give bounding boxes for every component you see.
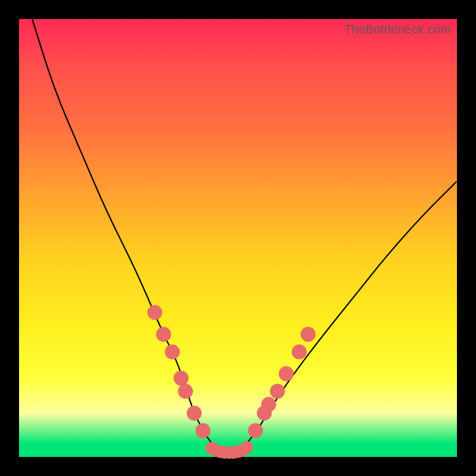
marker-dot: [196, 423, 211, 438]
marker-dot: [174, 371, 189, 386]
marker-dot: [270, 384, 285, 399]
marker-dot: [187, 406, 202, 421]
chart-frame: TheBottleneck.com: [0, 0, 476, 476]
marker-dot: [165, 345, 180, 359]
marker-dot: [148, 305, 162, 320]
chart-svg: [19, 19, 457, 457]
marker-dot: [240, 441, 253, 453]
marker-dot: [261, 397, 276, 412]
marker-group: [148, 305, 316, 459]
bottleneck-curve: [32, 19, 457, 453]
plot-area: TheBottleneck.com: [19, 19, 457, 457]
marker-dot: [178, 384, 193, 399]
marker-dot: [292, 345, 306, 359]
marker-dot: [300, 327, 315, 342]
marker-dot: [156, 327, 171, 342]
marker-dot: [278, 367, 293, 381]
marker-dot: [248, 423, 263, 438]
